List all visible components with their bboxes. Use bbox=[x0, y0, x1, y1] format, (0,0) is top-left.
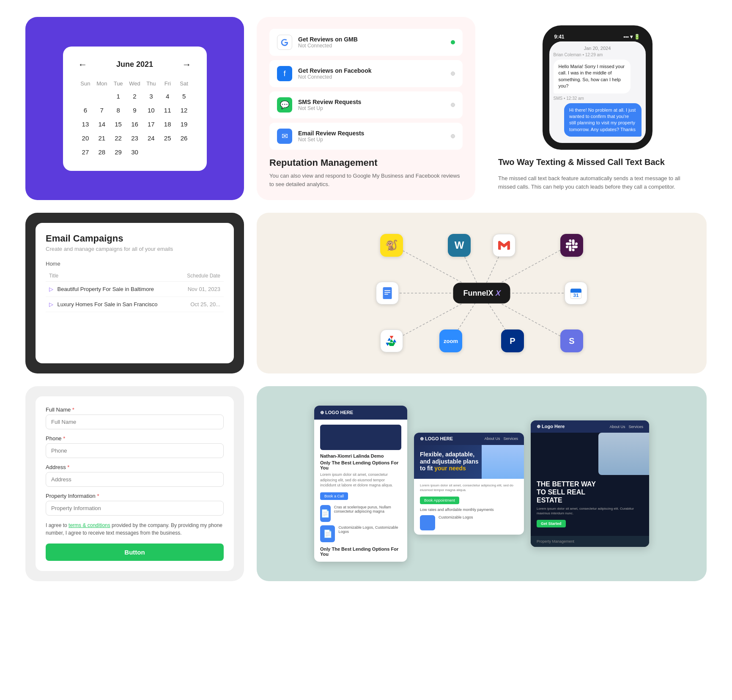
calendar-day[interactable]: 21 bbox=[94, 132, 109, 144]
required-marker3: * bbox=[67, 464, 69, 470]
texting-description: The missed call text back feature automa… bbox=[498, 174, 696, 191]
lp3-nav-services: Services bbox=[628, 425, 643, 429]
rep-item-facebook[interactable]: f Get Reviews on Facebook Not Connected bbox=[269, 60, 463, 87]
lp2-hero-heading: Flexible, adaptable, and adjustable plan… bbox=[420, 451, 479, 472]
lp3-hero bbox=[531, 433, 649, 475]
address-input[interactable] bbox=[46, 472, 224, 487]
email-icon: ✉ bbox=[277, 129, 292, 144]
campaign-date-cell: Nov 01, 2023 bbox=[178, 282, 224, 297]
landing-pages-card: ⊕ LOGO HERE Nathan-Xiomri Lalinda Demo O… bbox=[257, 386, 707, 581]
calendar-day[interactable]: 24 bbox=[144, 132, 159, 144]
status-dot-not-setup bbox=[451, 103, 455, 107]
address-field: Address * bbox=[46, 464, 224, 487]
slack-icon bbox=[560, 234, 583, 257]
calendar-day[interactable]: 7 bbox=[94, 104, 109, 116]
calendar-day[interactable]: 26 bbox=[177, 132, 192, 144]
calendar-day[interactable]: 3 bbox=[144, 90, 159, 102]
day-header-wed: Wed bbox=[127, 79, 142, 88]
calendar-day[interactable]: 12 bbox=[177, 104, 192, 116]
calendar-day[interactable]: 13 bbox=[78, 118, 93, 130]
calendar-day bbox=[94, 90, 109, 102]
calendar-day[interactable]: 25 bbox=[160, 132, 175, 144]
full-name-input[interactable] bbox=[46, 415, 224, 429]
lp2-cta-button[interactable]: Book Appointment bbox=[420, 497, 459, 504]
chat-message-incoming: Hello Maria! Sorry I missed your call. I… bbox=[554, 60, 631, 93]
landing-page-3: ⊕ Logo Here About Us Services THE BETTER… bbox=[531, 420, 649, 547]
col-title-header: Title bbox=[46, 270, 178, 282]
gmail-icon bbox=[493, 234, 515, 257]
property-info-input[interactable] bbox=[46, 501, 224, 516]
texting-card: 9:41 ▪▪▪ ▾ 🔋 Jan 20, 2024 Brian Coleman … bbox=[488, 17, 707, 200]
svg-rect-11 bbox=[384, 290, 390, 291]
lp1-heading: Only The Best Lending Options For You bbox=[320, 460, 401, 470]
google-docs-icon bbox=[376, 282, 399, 305]
phone-status-bar: 9:41 ▪▪▪ ▾ 🔋 bbox=[549, 32, 646, 41]
lp3-header: ⊕ Logo Here About Us Services bbox=[531, 420, 649, 433]
calendar-day[interactable]: 23 bbox=[127, 132, 142, 144]
phone-time: 9:41 bbox=[554, 34, 565, 40]
lp1-feature-text: Cras at scelerisque purus, Nullam consec… bbox=[334, 505, 401, 522]
table-row[interactable]: ▷ Luxury Homes For Sale in San Francisco… bbox=[46, 297, 224, 312]
calendar-day[interactable]: 22 bbox=[111, 132, 126, 144]
calendar-day[interactable]: 29 bbox=[111, 146, 126, 158]
next-month-button[interactable]: → bbox=[182, 59, 192, 70]
calendar-day[interactable]: 14 bbox=[94, 118, 109, 130]
calendar-day[interactable]: 15 bbox=[111, 118, 126, 130]
lp3-desc: Lorem ipsum dolor sit amet, consectetur … bbox=[537, 506, 643, 516]
calendar-day[interactable]: 2 bbox=[127, 90, 142, 102]
rep-item-email[interactable]: ✉ Email Review Requests Not Set Up bbox=[269, 123, 463, 150]
google-drive-icon bbox=[380, 329, 403, 352]
sms-icon: 💬 bbox=[277, 97, 292, 113]
required-marker4: * bbox=[97, 493, 99, 499]
lp1-cta-button[interactable]: Book a Call bbox=[320, 492, 348, 500]
lp2-feature-text: Customizable Logos bbox=[439, 515, 473, 530]
calendar-day[interactable]: 16 bbox=[127, 118, 142, 130]
calendar-day[interactable]: 11 bbox=[160, 104, 175, 116]
rep-item-sms[interactable]: 💬 SMS Review Requests Not Set Up bbox=[269, 91, 463, 118]
calendar-day[interactable]: 5 bbox=[177, 90, 192, 102]
calendar-day[interactable]: 1 bbox=[111, 90, 126, 102]
col-date-header: Schedule Date bbox=[178, 270, 224, 282]
calendar-day[interactable]: 30 bbox=[127, 146, 142, 158]
lp3-footer: Property Management bbox=[531, 536, 649, 547]
calendar-day[interactable]: 28 bbox=[94, 146, 109, 158]
lp3-body: THE BETTER WAYTO SELL REALESTATE Lorem i… bbox=[531, 475, 649, 536]
form-submit-button[interactable]: Button bbox=[46, 544, 224, 561]
campaign-title-cell: ▷ Luxury Homes For Sale in San Francisco bbox=[46, 297, 178, 312]
calendar-day[interactable]: 8 bbox=[111, 104, 126, 116]
svg-rect-13 bbox=[384, 294, 388, 295]
prev-month-button[interactable]: ← bbox=[78, 59, 88, 70]
email-section-label: Home bbox=[46, 261, 224, 267]
rep-item-gmb[interactable]: Get Reviews on GMB Not Connected bbox=[269, 29, 463, 56]
phone-input[interactable] bbox=[46, 443, 224, 458]
table-row[interactable]: ▷ Beautiful Property For Sale in Baltimo… bbox=[46, 282, 224, 297]
calendar-day[interactable]: 10 bbox=[144, 104, 159, 116]
calendar-day bbox=[160, 146, 175, 158]
integrations-card: FunnelX 𝘟 🐒 W 31 zoom bbox=[257, 213, 707, 373]
lp2-nav: About Us Services bbox=[484, 436, 518, 441]
calendar-day[interactable]: 18 bbox=[160, 118, 175, 130]
terms-link[interactable]: terms & conditions bbox=[69, 522, 110, 528]
calendar-day[interactable]: 19 bbox=[177, 118, 192, 130]
calendar-widget: ← June 2021 → Sun Mon Tue Wed Thu Fri Sa… bbox=[63, 47, 207, 171]
campaign-send-icon: ▷ bbox=[49, 286, 53, 292]
reputation-card: Get Reviews on GMB Not Connected f Get R… bbox=[257, 17, 475, 200]
full-name-label: Full Name * bbox=[46, 406, 224, 413]
rep-item-status: Not Connected bbox=[298, 43, 445, 49]
lp2-rates-text: Low rates and affordable monthly payment… bbox=[420, 508, 518, 512]
calendar-day[interactable]: 27 bbox=[78, 146, 93, 158]
email-campaigns-title: Email Campaigns bbox=[46, 233, 224, 244]
lead-form-inner: Full Name * Phone * Address * Property I… bbox=[36, 396, 234, 571]
lp1-subheading: Nathan-Xiomri Lalinda Demo bbox=[320, 453, 401, 458]
calendar-day[interactable]: 9 bbox=[127, 104, 142, 116]
calendar-day[interactable]: 4 bbox=[160, 90, 175, 102]
rep-item-info: SMS Review Requests Not Set Up bbox=[298, 99, 445, 111]
sms-label: SMS • 12:32 am bbox=[554, 96, 642, 101]
calendar-day[interactable]: 20 bbox=[78, 132, 93, 144]
calendar-grid: Sun Mon Tue Wed Thu Fri Sat 1 2 3 4 5 6 … bbox=[78, 79, 192, 158]
lp3-logo: ⊕ Logo Here bbox=[537, 424, 565, 429]
calendar-day[interactable]: 17 bbox=[144, 118, 159, 130]
lp3-badge[interactable]: Get Started bbox=[537, 520, 566, 527]
rep-item-info: Get Reviews on Facebook Not Connected bbox=[298, 67, 445, 80]
calendar-day[interactable]: 6 bbox=[78, 104, 93, 116]
